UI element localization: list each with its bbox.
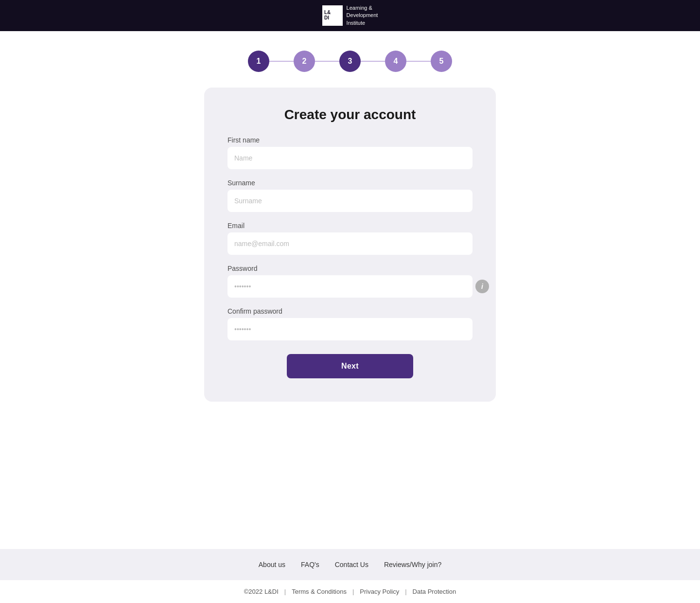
logo: L& DI Learning & Development Institute (322, 4, 378, 27)
step-connector-2 (315, 61, 339, 62)
password-group: Password i (228, 265, 472, 298)
step-connector-4 (406, 61, 431, 62)
logo-text: Learning & Development Institute (347, 4, 378, 27)
footer-bottom: ©2022 L&DI | Terms & Conditions | Privac… (0, 580, 700, 603)
surname-label: Surname (228, 179, 472, 187)
form-title: Create your account (228, 107, 472, 123)
main-content: 1 2 3 4 5 Create your account First name… (0, 31, 700, 549)
step-5: 5 (431, 51, 452, 72)
confirm-password-input[interactable] (228, 318, 472, 340)
step-connector-1 (269, 61, 294, 62)
site-header: L& DI Learning & Development Institute (0, 0, 700, 31)
first-name-group: First name (228, 136, 472, 169)
password-label: Password (228, 265, 472, 272)
sep-3: | (405, 588, 406, 595)
form-card: Create your account First name Surname E… (204, 88, 496, 402)
confirm-password-input-wrapper (228, 318, 472, 340)
footer-faq-link[interactable]: FAQ's (301, 561, 319, 568)
email-input[interactable] (228, 232, 472, 255)
password-input-wrapper: i (228, 275, 472, 298)
surname-input-wrapper (228, 190, 472, 212)
confirm-password-group: Confirm password (228, 307, 472, 340)
email-label: Email (228, 222, 472, 230)
footer-contact-link[interactable]: Contact Us (335, 561, 368, 568)
footer-reviews-link[interactable]: Reviews/Why join? (384, 561, 441, 568)
logo-icon: L& DI (322, 5, 343, 26)
first-name-label: First name (228, 136, 472, 144)
copyright: ©2022 L&DI (244, 588, 279, 595)
step-2: 2 (294, 51, 315, 72)
svg-text:L&: L& (324, 10, 331, 15)
surname-input[interactable] (228, 190, 472, 212)
password-info-icon[interactable]: i (475, 280, 489, 293)
email-group: Email (228, 222, 472, 255)
surname-group: Surname (228, 179, 472, 212)
footer-nav: About us FAQ's Contact Us Reviews/Why jo… (0, 549, 700, 580)
step-4: 4 (385, 51, 406, 72)
step-connector-3 (361, 61, 385, 62)
svg-text:DI: DI (324, 15, 329, 20)
next-button[interactable]: Next (287, 354, 413, 378)
sep-2: | (352, 588, 354, 595)
email-input-wrapper (228, 232, 472, 255)
password-input[interactable] (228, 275, 472, 298)
stepper: 1 2 3 4 5 (248, 51, 452, 72)
sep-1: | (284, 588, 286, 595)
privacy-link[interactable]: Privacy Policy (360, 588, 399, 595)
first-name-input-wrapper (228, 147, 472, 169)
step-1: 1 (248, 51, 269, 72)
footer-about-link[interactable]: About us (259, 561, 285, 568)
data-protection-link[interactable]: Data Protection (413, 588, 456, 595)
first-name-input[interactable] (228, 147, 472, 169)
terms-link[interactable]: Terms & Conditions (292, 588, 347, 595)
confirm-password-label: Confirm password (228, 307, 472, 315)
step-3: 3 (339, 51, 361, 72)
